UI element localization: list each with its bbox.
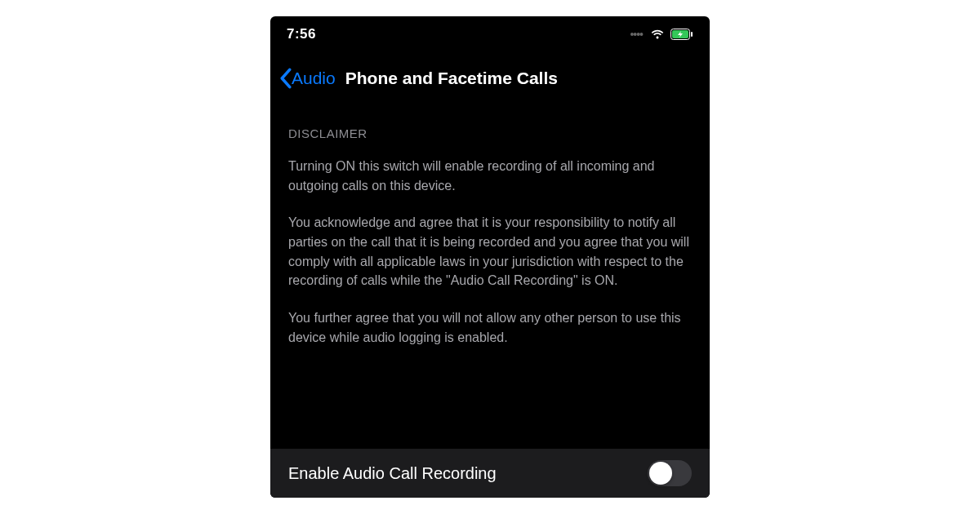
content-area: DISCLAIMER Turning ON this switch will e… [270, 98, 710, 498]
disclaimer-paragraph-3: You further agree that you will not allo… [288, 308, 692, 347]
battery-charging-icon [670, 29, 693, 40]
settings-screen: 7:56 •••• [270, 16, 710, 498]
svg-rect-2 [691, 32, 693, 37]
status-bar: 7:56 •••• [270, 16, 710, 52]
wifi-icon [649, 26, 666, 42]
back-label: Audio [292, 69, 336, 88]
nav-header: Audio Phone and Facetime Calls [270, 59, 710, 98]
section-header: DISCLAIMER [288, 126, 692, 140]
status-time: 7:56 [287, 26, 316, 42]
enable-recording-toggle[interactable] [648, 460, 692, 486]
toggle-row[interactable]: Enable Audio Call Recording [270, 449, 710, 498]
cellular-dots-icon: •••• [630, 28, 643, 41]
back-button[interactable]: Audio [278, 68, 336, 89]
disclaimer-paragraph-1: Turning ON this switch will enable recor… [288, 157, 692, 195]
toggle-label: Enable Audio Call Recording [288, 464, 497, 483]
status-icons: •••• [630, 26, 693, 42]
disclaimer-paragraph-2: You acknowledge and agree that it is you… [288, 213, 692, 290]
page-title: Phone and Facetime Calls [345, 69, 558, 88]
toggle-knob [649, 462, 672, 485]
